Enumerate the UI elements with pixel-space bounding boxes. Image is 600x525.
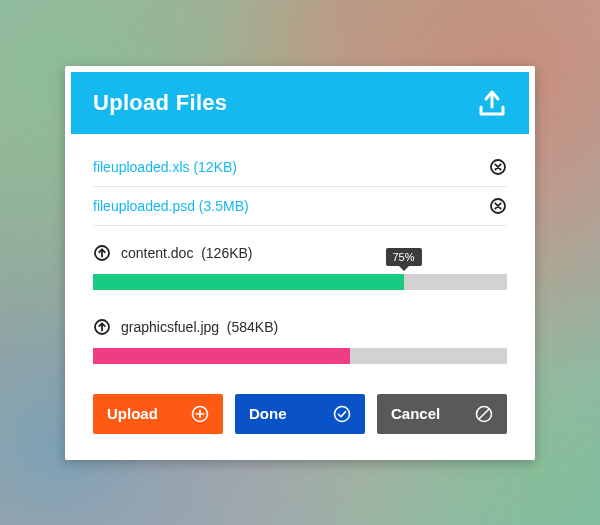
- remove-file-button[interactable]: [489, 158, 507, 176]
- uploading-list: content.doc (126KB)75%graphicsfuel.jpg (…: [93, 226, 507, 374]
- check-circle-icon: [333, 405, 351, 423]
- arrow-up-circle-icon: [93, 318, 111, 336]
- dialog-body: fileuploaded.xls (12KB)fileuploaded.psd …: [71, 134, 529, 376]
- arrow-up-circle-icon: [93, 244, 111, 262]
- progress-bar: 75%: [93, 274, 507, 290]
- done-button-label: Done: [249, 405, 287, 422]
- uploading-file-block: graphicsfuel.jpg (584KB): [93, 300, 507, 374]
- progress-fill: [93, 348, 350, 364]
- upload-button[interactable]: Upload: [93, 394, 223, 434]
- remove-file-button[interactable]: [489, 197, 507, 215]
- uploading-file-head: content.doc (126KB): [93, 244, 507, 262]
- completed-file-row: fileuploaded.psd (3.5MB): [93, 187, 507, 226]
- progress-bar: [93, 348, 507, 364]
- progress-tooltip: 75%: [385, 248, 421, 266]
- plus-circle-icon: [191, 405, 209, 423]
- dialog-title: Upload Files: [93, 90, 227, 116]
- uploading-file-label: content.doc (126KB): [121, 245, 253, 261]
- completed-file-row: fileuploaded.xls (12KB): [93, 148, 507, 187]
- dialog-header: Upload Files: [71, 72, 529, 134]
- cancel-button-label: Cancel: [391, 405, 440, 422]
- completed-file-label: fileuploaded.xls (12KB): [93, 159, 237, 175]
- uploading-file-head: graphicsfuel.jpg (584KB): [93, 318, 507, 336]
- svg-point-5: [335, 406, 350, 421]
- upload-dialog: Upload Files fileuploaded.xls (12KB)file…: [65, 66, 535, 460]
- dialog-footer: Upload Done Cancel: [71, 376, 529, 454]
- upload-icon[interactable]: [477, 89, 507, 117]
- completed-list: fileuploaded.xls (12KB)fileuploaded.psd …: [93, 148, 507, 226]
- completed-file-label: fileuploaded.psd (3.5MB): [93, 198, 249, 214]
- slash-circle-icon: [475, 405, 493, 423]
- done-button[interactable]: Done: [235, 394, 365, 434]
- uploading-file-label: graphicsfuel.jpg (584KB): [121, 319, 278, 335]
- upload-button-label: Upload: [107, 405, 158, 422]
- uploading-file-block: content.doc (126KB)75%: [93, 226, 507, 300]
- cancel-button[interactable]: Cancel: [377, 394, 507, 434]
- progress-fill: [93, 274, 404, 290]
